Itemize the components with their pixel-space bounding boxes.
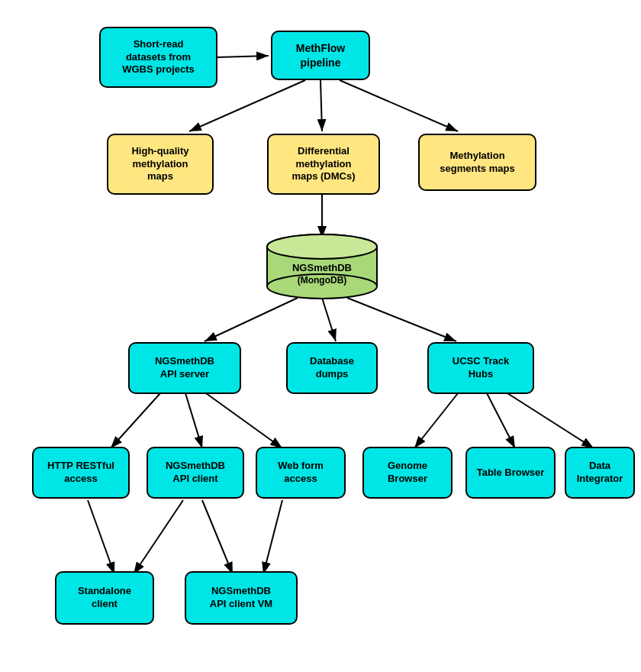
svg-line-17 xyxy=(202,500,233,574)
svg-line-12 xyxy=(414,393,458,448)
hq-maps-node: High-qualitymethylationmaps xyxy=(107,134,214,195)
svg-line-9 xyxy=(111,393,160,448)
svg-text:(MongoDB): (MongoDB) xyxy=(298,275,347,286)
meth-seg-node: Methylationsegments maps xyxy=(418,134,536,191)
svg-line-11 xyxy=(206,393,282,448)
ngsmethdb-svg: NGSmethDB (MongoDB) xyxy=(263,233,382,302)
table-browser-node: Table Browser xyxy=(465,447,556,499)
svg-point-24 xyxy=(267,234,377,259)
standalone-node: Standaloneclient xyxy=(55,571,154,625)
svg-line-7 xyxy=(322,298,336,341)
svg-line-3 xyxy=(320,80,322,131)
genome-browser-node: GenomeBrowser xyxy=(362,447,453,499)
diff-maps-node: Differentialmethylationmaps (DMCs) xyxy=(267,134,380,195)
svg-line-10 xyxy=(185,393,202,448)
diagram: Short-readdatasets fromWGBS projects Met… xyxy=(0,0,641,672)
svg-line-1 xyxy=(217,56,269,57)
svg-line-14 xyxy=(507,393,594,448)
web-form-node: Web formaccess xyxy=(256,447,346,499)
svg-line-15 xyxy=(88,500,114,574)
db-dumps-node: Databasedumps xyxy=(286,342,378,394)
api-client-node: NGSmethDBAPI client xyxy=(147,447,244,499)
api-server-node: NGSmethDBAPI server xyxy=(128,342,241,394)
methflow-node: MethFlowpipeline xyxy=(271,31,370,80)
svg-line-2 xyxy=(189,80,305,131)
short-read-node: Short-readdatasets fromWGBS projects xyxy=(99,27,217,88)
svg-text:NGSmethDB: NGSmethDB xyxy=(292,262,352,273)
svg-line-18 xyxy=(263,500,282,574)
ucsc-hubs-node: UCSC TrackHubs xyxy=(427,342,534,394)
api-client-vm-node: NGSmethDBAPI client VM xyxy=(185,571,298,625)
svg-line-13 xyxy=(487,393,515,448)
svg-line-4 xyxy=(340,80,458,131)
http-rest-node: HTTP RESTfulaccess xyxy=(32,447,130,499)
svg-line-8 xyxy=(347,298,456,341)
svg-line-16 xyxy=(134,500,183,574)
ngsmethdb-node: NGSmethDB (MongoDB) xyxy=(263,233,382,302)
data-integrator-node: DataIntegrator xyxy=(565,447,635,499)
svg-line-6 xyxy=(205,298,298,341)
